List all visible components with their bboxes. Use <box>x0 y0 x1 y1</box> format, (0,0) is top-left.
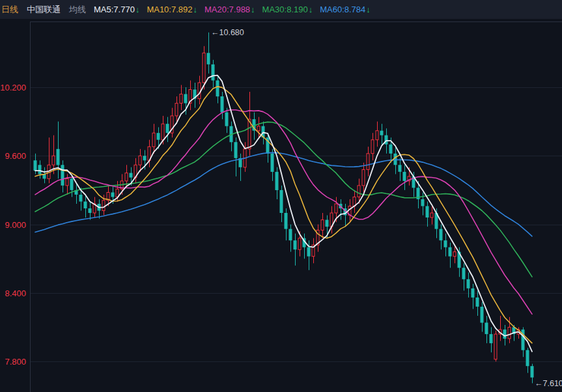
candle[interactable] <box>57 122 60 179</box>
candle[interactable] <box>289 225 292 252</box>
candle-body-down <box>157 133 160 140</box>
candle[interactable] <box>522 328 525 357</box>
candle[interactable] <box>189 81 191 111</box>
ma5-value: MA5:7.770 <box>94 5 135 14</box>
period-tab-daily[interactable]: 日线 <box>1 4 18 16</box>
candle-body-down <box>289 229 292 241</box>
candle[interactable] <box>193 83 197 108</box>
candle[interactable] <box>89 202 92 220</box>
candle[interactable] <box>367 147 369 176</box>
candle[interactable] <box>257 117 260 138</box>
candle[interactable] <box>321 213 324 238</box>
candle[interactable] <box>285 208 288 240</box>
candle-body-down <box>490 334 493 343</box>
candle[interactable] <box>61 160 64 192</box>
candle[interactable] <box>490 328 493 353</box>
candle-body-down <box>89 208 92 213</box>
candle[interactable] <box>399 158 402 181</box>
candle[interactable] <box>230 122 233 152</box>
down-arrow-icon: ↓ <box>135 5 140 14</box>
candle[interactable] <box>440 225 443 250</box>
candle-body-up <box>367 154 369 170</box>
candle-body-up <box>376 131 378 140</box>
candle[interactable] <box>152 124 155 154</box>
candle-body-down <box>440 229 443 241</box>
candle[interactable] <box>48 137 50 183</box>
candle[interactable] <box>462 263 466 290</box>
candle-body-down <box>421 199 425 206</box>
candle[interactable] <box>166 117 169 143</box>
candle-body-up <box>139 156 141 165</box>
candle[interactable] <box>171 108 173 138</box>
candle[interactable] <box>180 85 182 111</box>
candle[interactable] <box>362 163 365 193</box>
candle[interactable] <box>444 234 447 257</box>
candle[interactable] <box>212 60 215 87</box>
candle[interactable] <box>394 147 397 174</box>
candle[interactable] <box>294 234 297 266</box>
candle[interactable] <box>494 331 497 361</box>
candle[interactable] <box>280 186 283 222</box>
ma60-value: MA60:8.784 <box>320 5 365 14</box>
candle[interactable] <box>376 122 378 147</box>
candle-body-down <box>531 366 534 378</box>
candle-body-up <box>494 334 497 359</box>
candle[interactable] <box>481 302 484 332</box>
candle[interactable] <box>75 183 78 204</box>
candle[interactable] <box>84 195 87 217</box>
candle[interactable] <box>380 124 384 145</box>
ma30-value: MA30:8.190 <box>262 5 308 14</box>
candle[interactable] <box>216 76 219 103</box>
candle[interactable] <box>198 76 201 104</box>
candle[interactable] <box>93 197 96 218</box>
candle[interactable] <box>43 167 46 184</box>
candle[interactable] <box>353 190 356 213</box>
candle[interactable] <box>453 245 456 263</box>
candle[interactable] <box>430 206 433 225</box>
candle[interactable] <box>485 316 488 343</box>
candle[interactable] <box>234 137 238 176</box>
candle[interactable] <box>531 364 534 384</box>
ma60-readout: MA60:8.784↓ <box>320 5 371 14</box>
y-axis-label: 8.400 <box>5 288 26 298</box>
candle[interactable] <box>38 160 42 178</box>
candle[interactable] <box>339 199 343 220</box>
kline-chart[interactable]: 10.2009.6009.0008.4007.800←10.680←7.610 <box>0 0 562 392</box>
candle[interactable] <box>471 284 475 309</box>
candle[interactable] <box>467 272 470 298</box>
candle-body-down <box>526 350 529 367</box>
candle[interactable] <box>271 149 274 181</box>
candle[interactable] <box>449 243 452 268</box>
candle[interactable] <box>139 149 141 172</box>
candle[interactable] <box>207 33 210 74</box>
candle[interactable] <box>134 158 137 184</box>
ma-group-label: 均线 <box>69 4 86 16</box>
ma5-readout: MA5:7.770↓ <box>94 5 139 14</box>
candle[interactable] <box>221 92 224 119</box>
candle[interactable] <box>403 165 406 190</box>
candle-body-down <box>280 190 283 213</box>
candle[interactable] <box>344 204 347 227</box>
candle[interactable] <box>70 176 74 197</box>
candle[interactable] <box>239 154 242 181</box>
candle-body-down <box>385 135 388 145</box>
candle[interactable] <box>175 96 178 124</box>
candle[interactable] <box>426 202 429 227</box>
candle-body-down <box>503 329 507 339</box>
candle-body-up <box>298 238 301 250</box>
symbol-name: 中国联通 <box>27 4 61 16</box>
candle[interactable] <box>316 225 319 252</box>
candle[interactable] <box>148 140 150 167</box>
candle[interactable] <box>476 290 479 316</box>
candle[interactable] <box>499 316 501 341</box>
candle[interactable] <box>275 167 279 199</box>
candle[interactable] <box>98 199 101 219</box>
candle[interactable] <box>303 234 306 259</box>
candle[interactable] <box>312 238 315 264</box>
candle-body-up <box>52 156 55 165</box>
candle-body-down <box>399 165 402 171</box>
candle[interactable] <box>526 348 529 373</box>
candle-body-up <box>175 104 178 116</box>
candle-body-up <box>180 94 182 104</box>
ma20-value: MA20:7.988 <box>204 5 250 14</box>
